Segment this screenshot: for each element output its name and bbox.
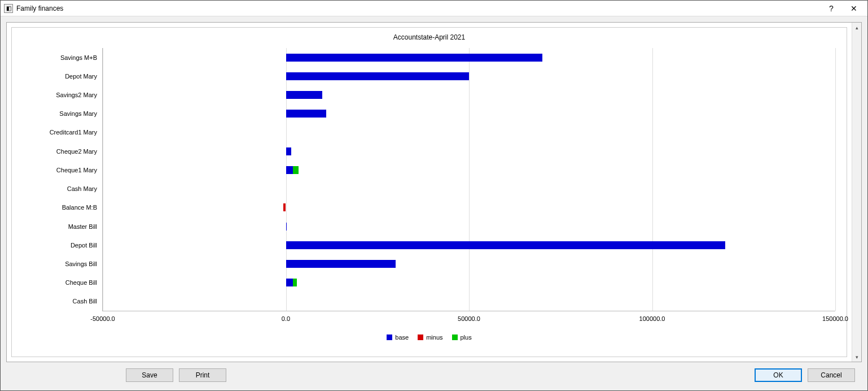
gridline bbox=[286, 48, 287, 311]
category-label: Master Bill bbox=[18, 223, 103, 230]
legend-item-plus: plus bbox=[452, 334, 472, 341]
legend-label: plus bbox=[461, 334, 472, 341]
chart-frame: Accountstate-April 2021 -50000.00.050000… bbox=[6, 22, 862, 362]
bar-row bbox=[103, 260, 835, 268]
category-label: Balance M:B bbox=[18, 204, 103, 211]
bar-segment-base bbox=[286, 147, 292, 155]
category-label: Cheque1 Mary bbox=[18, 167, 103, 173]
category-label: Cheque Bill bbox=[18, 279, 103, 286]
category-label: Savings M+B bbox=[18, 54, 103, 61]
bar-row bbox=[103, 72, 835, 80]
bar-row bbox=[103, 203, 835, 211]
save-button[interactable]: Save bbox=[126, 368, 173, 382]
bar-row bbox=[103, 147, 835, 155]
category-label: Savings Mary bbox=[18, 110, 103, 117]
bar-segment-minus bbox=[283, 203, 286, 211]
bar-row bbox=[103, 241, 835, 249]
chart-title: Accountstate-April 2021 bbox=[12, 33, 847, 41]
bar-segment-base bbox=[286, 241, 726, 249]
bar-row bbox=[103, 279, 835, 286]
bar-row bbox=[103, 223, 835, 231]
gridline bbox=[835, 48, 836, 311]
app-icon: ◧ bbox=[4, 4, 13, 13]
legend-swatch bbox=[418, 334, 423, 340]
bar-row bbox=[103, 297, 835, 305]
bar-segment-base bbox=[286, 279, 293, 286]
close-button[interactable]: ✕ bbox=[843, 1, 865, 16]
bar-segment-base bbox=[286, 54, 542, 62]
legend-label: base bbox=[395, 334, 409, 341]
category-label: Depot Bill bbox=[18, 242, 103, 249]
category-label: Cash Bill bbox=[18, 298, 103, 305]
legend-item-minus: minus bbox=[418, 334, 442, 341]
category-label: Creditcard1 Mary bbox=[18, 129, 103, 136]
chart: Accountstate-April 2021 -50000.00.050000… bbox=[11, 27, 847, 357]
titlebar: ◧ Family finances ? ✕ bbox=[1, 1, 867, 16]
legend-label: minus bbox=[426, 334, 442, 341]
bar-segment-base bbox=[286, 166, 293, 174]
bar-segment-base bbox=[286, 110, 326, 118]
x-tick-label: 150000.0 bbox=[822, 315, 848, 322]
bar-row bbox=[103, 91, 835, 99]
plot-area: -50000.00.050000.0100000.0150000.0Saving… bbox=[102, 48, 835, 311]
vertical-scrollbar[interactable]: ▴ ▾ bbox=[852, 23, 861, 362]
button-row: Save Print OK Cancel bbox=[6, 362, 862, 385]
category-label: Depot Mary bbox=[18, 73, 103, 80]
bar-segment-plus bbox=[293, 279, 296, 286]
bar-segment-base bbox=[286, 91, 323, 99]
category-label: Cash Mary bbox=[18, 185, 103, 192]
gridline bbox=[652, 48, 653, 311]
bar-segment-base bbox=[286, 260, 396, 268]
bar-row bbox=[103, 110, 835, 118]
bar-segment-base bbox=[286, 72, 470, 80]
category-label: Savings2 Mary bbox=[18, 92, 103, 98]
bar-row bbox=[103, 54, 835, 62]
x-tick-label: 0.0 bbox=[282, 315, 290, 322]
bar-row bbox=[103, 128, 835, 136]
legend-swatch bbox=[387, 334, 392, 340]
ok-button[interactable]: OK bbox=[755, 368, 802, 382]
bar-row bbox=[103, 166, 835, 174]
print-button[interactable]: Print bbox=[179, 368, 226, 382]
app-window: ◧ Family finances ? ✕ Accountstate-April… bbox=[0, 0, 868, 391]
cancel-button[interactable]: Cancel bbox=[808, 368, 855, 382]
category-label: Savings Bill bbox=[18, 260, 103, 267]
category-label: Cheque2 Mary bbox=[18, 148, 103, 155]
scroll-up-icon[interactable]: ▴ bbox=[852, 23, 861, 32]
bar-segment-plus bbox=[293, 166, 299, 174]
help-button[interactable]: ? bbox=[820, 1, 843, 16]
legend: baseminusplus bbox=[12, 334, 847, 341]
x-tick-label: 100000.0 bbox=[639, 315, 665, 322]
content-area: Accountstate-April 2021 -50000.00.050000… bbox=[1, 16, 867, 390]
bar-row bbox=[103, 185, 835, 193]
gridline bbox=[469, 48, 470, 311]
x-tick-label: -50000.0 bbox=[90, 315, 115, 322]
window-title: Family finances bbox=[16, 5, 63, 12]
bar-segment-base bbox=[286, 223, 287, 231]
scroll-down-icon[interactable]: ▾ bbox=[852, 352, 861, 362]
gridline bbox=[103, 48, 103, 311]
legend-swatch bbox=[452, 334, 458, 340]
legend-item-base: base bbox=[387, 334, 409, 341]
x-tick-label: 50000.0 bbox=[458, 315, 480, 322]
